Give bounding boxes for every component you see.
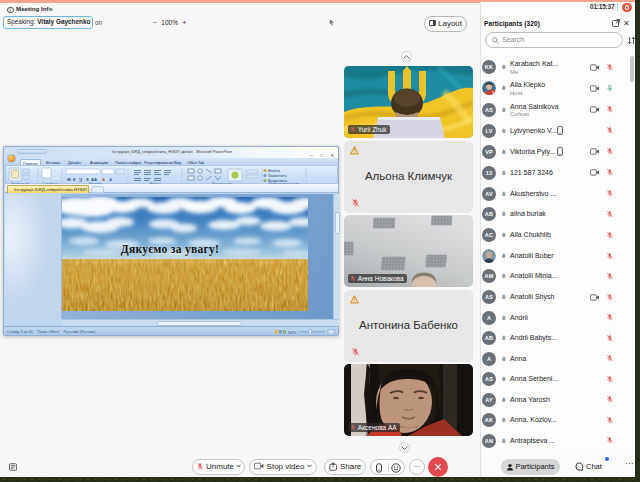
svg-text:А: А [109, 176, 112, 181]
svg-text:Ч: Ч [79, 176, 82, 181]
svg-text:К: К [73, 176, 76, 181]
svg-text:56%: 56% [288, 329, 296, 334]
svg-text:Ж: Ж [66, 176, 71, 181]
svg-text:А: А [102, 176, 105, 181]
